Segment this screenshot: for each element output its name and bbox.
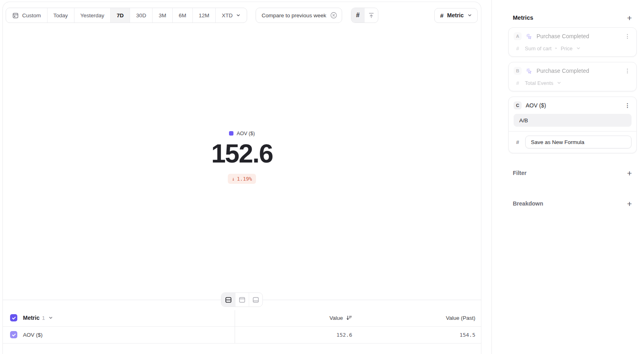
metrics-section-header: Metrics + bbox=[508, 13, 637, 22]
metric-badge: A bbox=[514, 32, 522, 40]
value-past-column-header[interactable]: Value (Past) bbox=[446, 309, 475, 326]
metric-column-label: Metric bbox=[23, 315, 39, 321]
chevron-down-icon[interactable] bbox=[48, 315, 53, 320]
table-row: AOV ($) 152.6 154.5 bbox=[3, 326, 481, 343]
metric-badge: C bbox=[514, 101, 522, 109]
metric-view-toggle[interactable]: # bbox=[351, 8, 365, 23]
date-range-30d[interactable]: 30D bbox=[130, 8, 153, 23]
breakdown-section-header: Breakdown + bbox=[508, 199, 637, 208]
kebab-menu-icon[interactable]: ⋮ bbox=[623, 33, 632, 39]
formula-metric-name: AOV ($) bbox=[526, 102, 546, 109]
kpi-block: AOV ($) 152.6 ↓ 1.19% bbox=[3, 130, 481, 184]
kpi-change-value: 1.19% bbox=[237, 176, 252, 182]
compare-chip[interactable]: Compare to previous week bbox=[256, 8, 342, 23]
remove-compare-icon[interactable] bbox=[330, 12, 337, 19]
chart-legend: AOV ($) bbox=[229, 131, 255, 136]
event-click-icon bbox=[526, 33, 533, 40]
metric-badge: B bbox=[514, 67, 522, 75]
layout-chart-button[interactable] bbox=[235, 293, 249, 307]
goal-arrow-icon bbox=[368, 12, 375, 19]
date-range-control: Custom Today Yesterday 7D 30D 3M 6M 12M … bbox=[6, 8, 247, 23]
breakdown-title: Breakdown bbox=[513, 200, 543, 207]
metric-card-c: C AOV ($) ⋮ # Save as New Formula bbox=[508, 97, 637, 153]
date-range-7d[interactable]: 7D bbox=[111, 8, 130, 23]
caret-right-icon: ‣ bbox=[555, 46, 557, 51]
event-click-icon bbox=[526, 68, 533, 74]
select-all-checkbox[interactable] bbox=[10, 314, 17, 321]
row-value-past: 154.5 bbox=[460, 332, 475, 338]
date-range-6m[interactable]: 6M bbox=[173, 8, 193, 23]
table-header: Metric 1 Value Value (Past) bbox=[3, 309, 481, 326]
report-canvas: Custom Today Yesterday 7D 30D 3M 6M 12M … bbox=[2, 2, 481, 354]
row-metric-name: AOV ($) bbox=[23, 332, 43, 338]
legend-label: AOV ($) bbox=[237, 131, 255, 136]
hash-icon: # bbox=[514, 80, 522, 86]
table-divider bbox=[3, 343, 481, 344]
goal-view-toggle[interactable] bbox=[365, 8, 378, 23]
metric-event-name: Purchase Completed bbox=[537, 33, 589, 39]
value-column-header[interactable]: Value bbox=[329, 309, 352, 326]
sort-descending-icon bbox=[346, 315, 352, 321]
layout-split-button[interactable] bbox=[221, 293, 235, 307]
formula-input[interactable] bbox=[514, 114, 632, 127]
layout-toggle bbox=[221, 292, 263, 307]
metrics-title: Metrics bbox=[513, 14, 533, 21]
query-builder-sidebar: Metrics + A Purchase Completed ⋮ bbox=[491, 0, 644, 354]
date-range-custom[interactable]: Custom bbox=[6, 8, 47, 23]
filter-section-header: Filter + bbox=[508, 169, 637, 177]
aggregation-dropdown[interactable]: # Total Events bbox=[514, 79, 632, 86]
date-range-12m[interactable]: 12M bbox=[193, 8, 216, 23]
date-range-xtd[interactable]: XTD bbox=[216, 8, 247, 23]
metric-card-b: B Purchase Completed ⋮ # Total Events bbox=[508, 62, 637, 91]
card-divider bbox=[509, 131, 636, 132]
metric-type-button[interactable]: # Metric bbox=[434, 8, 478, 23]
chevron-down-icon bbox=[576, 46, 581, 51]
date-range-yesterday[interactable]: Yesterday bbox=[74, 8, 111, 23]
save-as-new-formula-button[interactable]: Save as New Formula bbox=[525, 136, 632, 148]
hash-icon: # bbox=[440, 12, 443, 19]
layout-table-button[interactable] bbox=[249, 293, 262, 307]
calendar-icon bbox=[12, 12, 19, 19]
add-breakdown-button[interactable]: + bbox=[627, 200, 632, 208]
kebab-menu-icon[interactable]: ⋮ bbox=[623, 103, 632, 108]
row-checkbox[interactable] bbox=[10, 331, 17, 338]
date-range-3m[interactable]: 3M bbox=[153, 8, 173, 23]
layout-table-icon bbox=[252, 296, 259, 303]
chevron-down-icon bbox=[557, 80, 561, 85]
add-metric-button[interactable]: + bbox=[627, 14, 632, 22]
chevron-down-icon bbox=[467, 13, 472, 18]
kpi-value: 152.6 bbox=[3, 140, 481, 167]
metric-button-label: Metric bbox=[447, 12, 464, 19]
compare-chip-label: Compare to previous week bbox=[262, 12, 326, 19]
aggregation-label: Sum of cart bbox=[525, 45, 551, 51]
metric-card-a: A Purchase Completed ⋮ # Sum of cart ‣ P… bbox=[508, 27, 637, 57]
chart-type-toggle: # bbox=[351, 8, 378, 23]
add-filter-button[interactable]: + bbox=[627, 169, 632, 177]
kebab-menu-icon[interactable]: ⋮ bbox=[623, 68, 632, 74]
aggregation-label: Total Events bbox=[525, 80, 553, 86]
chevron-down-icon bbox=[236, 13, 241, 18]
metric-event-name: Purchase Completed bbox=[537, 68, 589, 74]
layout-split-icon bbox=[225, 296, 232, 303]
date-range-today[interactable]: Today bbox=[47, 8, 74, 23]
filter-title: Filter bbox=[513, 170, 526, 176]
hash-icon: # bbox=[514, 139, 522, 145]
arrow-down-icon: ↓ bbox=[232, 176, 235, 182]
legend-swatch bbox=[229, 131, 233, 136]
aggregation-property: Price bbox=[561, 45, 573, 51]
aggregation-dropdown[interactable]: # Sum of cart ‣ Price bbox=[514, 45, 632, 52]
date-range-label: Custom bbox=[22, 12, 41, 19]
hash-icon: # bbox=[356, 12, 360, 19]
toolbar: Custom Today Yesterday 7D 30D 3M 6M 12M … bbox=[6, 8, 478, 23]
layout-chart-icon bbox=[239, 296, 246, 303]
kpi-change-badge: ↓ 1.19% bbox=[228, 174, 256, 184]
hash-icon: # bbox=[514, 45, 522, 51]
row-value: 152.6 bbox=[336, 332, 352, 338]
metric-count: 1 bbox=[42, 315, 45, 321]
